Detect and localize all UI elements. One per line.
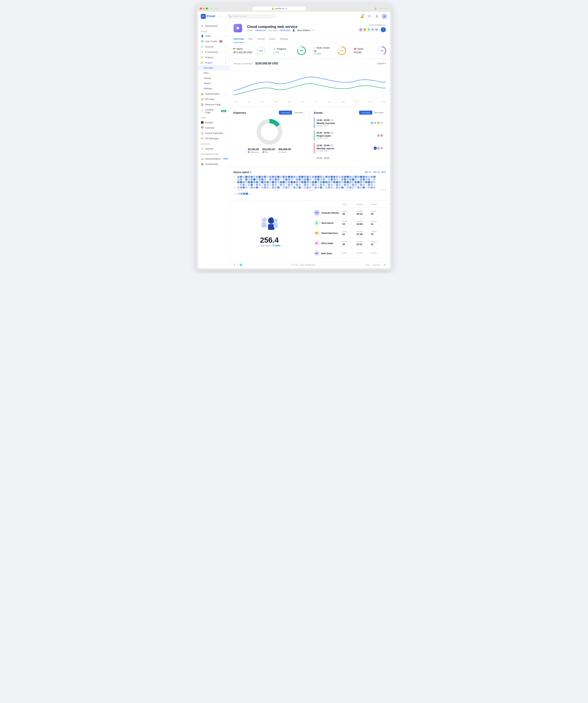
member-hours-label-2: HOURS (357, 221, 371, 222)
heat-cell (336, 176, 338, 178)
expenses-last-week-btn[interactable]: Last week (292, 111, 305, 114)
tab-settings[interactable]: Settings (280, 35, 288, 43)
sidebar-label-settings: Settings (204, 87, 212, 90)
tab-activity[interactable]: Activity (257, 35, 264, 43)
maximize-dot[interactable] (206, 7, 208, 10)
footer-shortcut-icon[interactable]: ⌘ (384, 264, 386, 266)
close-dot[interactable] (200, 7, 202, 10)
new-tab-button[interactable]: + (379, 6, 383, 11)
hours-date-range[interactable]: Mar 27 - Mar 27, 2023 (364, 171, 386, 173)
sidebar-item-account[interactable]: ⚙ Account ▾ (198, 44, 229, 49)
sidebar-item-invoice-generator[interactable]: 📋 Invoice Generator (198, 130, 229, 136)
sidebar-item-authentication[interactable]: 🔒 Authentication ▾ (198, 91, 229, 96)
sidebar-item-project[interactable]: 📂 Project ▴ (198, 60, 229, 65)
heat-cell (304, 176, 306, 178)
heat-cell (325, 184, 327, 186)
expenses-this-week-btn[interactable]: This week (279, 111, 292, 114)
sidebar-item-components[interactable]: 🧩 Components (198, 161, 229, 167)
sidebar-item-settings[interactable]: Settings (198, 86, 229, 91)
forward-button[interactable]: › (214, 6, 218, 11)
sidebar-item-dashboards[interactable]: ⊞ Dashboards ▾ (198, 23, 229, 28)
sidebar-item-ecommerce[interactable]: 🛒 E-commerce ▾ (198, 49, 229, 55)
heat-cell (317, 184, 319, 186)
share-browser-button[interactable]: ⎙ (373, 6, 377, 11)
svg-text:...: ... (274, 218, 275, 219)
sidebar-item-documentation[interactable]: 📖 Documentation v2.11 (198, 156, 229, 161)
account-icon: ⚙ (201, 45, 204, 48)
sidebar-item-projects[interactable]: 📁 Projects ▾ (198, 55, 229, 60)
heatmap-x-label-3: Aug 22 (309, 189, 314, 191)
sidebar-item-kanban[interactable]: ⬛ Kanban (198, 120, 229, 125)
col-days-label: DAYS (342, 204, 357, 205)
heat-cell (282, 178, 285, 180)
footer-help-icon[interactable]: ? (237, 264, 238, 266)
stat-goals-value: 41/100 (354, 51, 363, 54)
heat-cell (341, 181, 343, 183)
sidebar-item-landing-page[interactable]: 📄 Landing Page New (198, 107, 229, 115)
heat-cell (315, 181, 317, 183)
events-title: Events (314, 111, 323, 114)
member-hours-label-4: HOURS (357, 241, 371, 243)
sidebar-item-files[interactable]: Files (198, 70, 229, 76)
events-next-week-btn[interactable]: Next week (372, 111, 386, 114)
sidebar-item-calendar[interactable]: 📅 Calendar (198, 125, 229, 130)
settings-icon[interactable]: ⚙ (374, 13, 380, 19)
export-button[interactable]: ↓ Export ▾ (376, 62, 386, 65)
refresh-button[interactable]: ↻ (366, 13, 372, 19)
event-2-avatars: A E (377, 134, 384, 138)
minimize-dot[interactable] (203, 7, 205, 10)
assignee-name[interactable]: Mark Williams (297, 29, 311, 32)
heat-cell (245, 176, 247, 178)
heat-cell (363, 184, 365, 186)
heat-cell (331, 184, 333, 186)
event-2-date: 25 May, 2020 (317, 137, 333, 139)
member-hours-label-1: HOURS (357, 211, 371, 212)
reload-icon[interactable]: ↻ (285, 7, 287, 10)
chart-section: PROJECT BUDGET: $150,000.00 USD ↓ Export… (229, 59, 390, 106)
footer-language-icon[interactable]: 🌐 (240, 264, 242, 266)
sidebar-item-users[interactable]: 👤 Users ▾ (198, 33, 229, 38)
heat-cell (259, 186, 261, 188)
heatmap: Tu Th (234, 176, 386, 195)
heat-cell (243, 178, 245, 180)
menu-button[interactable]: ⋯ (384, 6, 388, 11)
heat-cell (299, 178, 301, 180)
client-name[interactable]: Htmlstream (255, 29, 266, 32)
back-button[interactable]: ‹ (209, 6, 214, 11)
heat-cell (275, 181, 277, 183)
tab-teams[interactable]: Teams (269, 35, 275, 43)
notification-bell[interactable]: 🔔 (359, 13, 365, 19)
users-icon: 👤 (201, 34, 204, 37)
heat-cell (312, 186, 314, 188)
footer-settings-icon[interactable]: ⚙ (234, 264, 236, 266)
tab-files[interactable]: Files (248, 35, 253, 43)
tab-overview[interactable]: Overview (234, 35, 244, 43)
sidebar-item-welcome-page[interactable]: 🏠 Welcome Page (198, 102, 229, 107)
footer-license-link[interactable]: License (373, 264, 380, 266)
sidebar-toggle[interactable]: ◁ (217, 14, 222, 18)
search-bar[interactable]: 🔍 Search in front (227, 14, 276, 19)
sidebar-item-user-profile[interactable]: 🪪 User Profile 5 (198, 38, 229, 44)
heat-cell (336, 184, 338, 186)
sidebar-item-api-keys[interactable]: 🔑 API Keys (198, 96, 229, 102)
app-logo[interactable]: F Front (201, 14, 215, 19)
member-days-amanda: 38 (342, 213, 357, 215)
others-dot (278, 151, 280, 153)
heat-cell (288, 184, 290, 186)
sidebar-item-file-manager[interactable]: 📂 File Manager (198, 136, 229, 141)
user-avatar[interactable]: M (382, 13, 387, 19)
heat-cell (290, 186, 293, 188)
share-button[interactable]: ⟨ (381, 27, 386, 32)
heat-cell (256, 178, 258, 180)
heat-cell (320, 181, 322, 183)
project-icon: 📂 (201, 61, 204, 64)
sidebar-item-layouts[interactable]: ⊟ Layouts (198, 146, 229, 151)
sidebar-item-teams[interactable]: Teams (198, 81, 229, 86)
events-this-week-btn[interactable]: This week (359, 111, 372, 114)
sidebar-item-activity[interactable]: Activity (198, 76, 229, 81)
heat-cell (293, 184, 296, 186)
member-tasks-label-3: TASKS (371, 231, 385, 233)
sidebar-item-overview[interactable]: Overview (198, 65, 229, 70)
heat-cell (272, 176, 274, 178)
footer-faq-link[interactable]: FAQ (365, 264, 369, 266)
